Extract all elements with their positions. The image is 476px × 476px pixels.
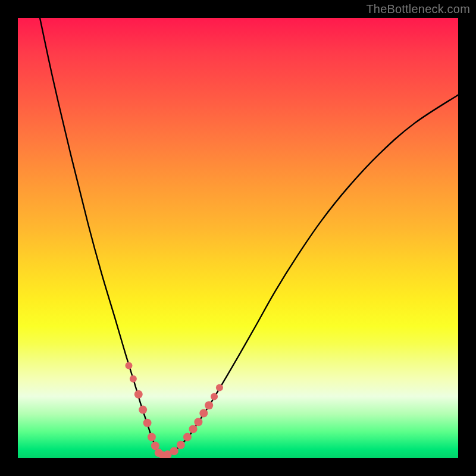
highlight-dot <box>151 441 159 450</box>
highlight-dot <box>148 433 156 441</box>
highlight-dot <box>211 393 218 400</box>
highlight-dot <box>170 447 178 455</box>
highlight-dot <box>139 406 147 414</box>
highlight-dot <box>125 362 132 369</box>
chart-frame: TheBottleneck.com <box>0 0 476 476</box>
highlight-dot <box>194 418 202 426</box>
highlight-dot <box>177 441 185 449</box>
highlight-dot <box>189 425 198 433</box>
highlight-dot <box>199 409 208 418</box>
watermark-label: TheBottleneck.com <box>366 2 470 16</box>
highlight-dot <box>205 401 213 409</box>
plot-svg <box>18 18 458 458</box>
highlight-dot <box>216 384 223 392</box>
highlight-dot <box>134 390 143 399</box>
highlight-dot <box>130 375 137 383</box>
bottleneck-curve <box>40 18 458 456</box>
highlight-dot <box>183 433 192 441</box>
plot-background <box>18 18 458 458</box>
highlight-markers <box>125 362 223 458</box>
highlight-dot <box>143 419 152 427</box>
